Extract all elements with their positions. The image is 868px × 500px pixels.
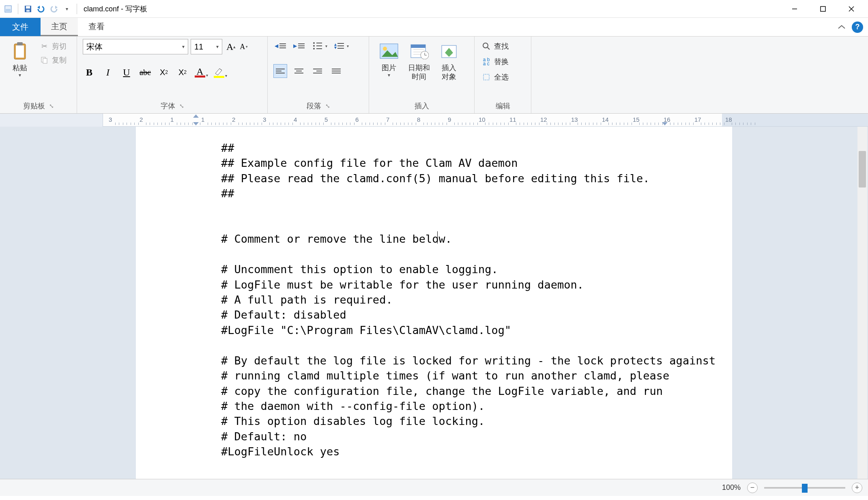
svg-rect-17 <box>411 45 425 48</box>
chevron-down-icon[interactable]: ▾ <box>206 73 208 78</box>
scissors-icon: ✂ <box>40 42 49 51</box>
align-center-button[interactable] <box>292 64 306 78</box>
maximize-button[interactable] <box>809 0 837 18</box>
highlight-button[interactable] <box>214 67 224 78</box>
copy-icon <box>40 56 49 65</box>
zoom-slider-thumb[interactable] <box>802 484 808 493</box>
line-spacing-button[interactable]: ▴▾ <box>332 39 346 53</box>
svg-rect-6 <box>821 6 825 11</box>
svg-point-15 <box>383 47 387 51</box>
select-all-icon <box>482 73 491 82</box>
find-button[interactable]: 查找 <box>480 41 510 52</box>
window-controls <box>780 0 866 18</box>
save-button[interactable] <box>22 3 34 15</box>
help-button[interactable]: ? <box>852 22 863 33</box>
document-page[interactable]: ## ## Example config file for the Clam A… <box>136 127 732 479</box>
scrollbar-thumb[interactable] <box>859 151 866 188</box>
font-size-combo[interactable]: 11 ▾ <box>191 39 222 54</box>
redo-button[interactable] <box>48 3 60 15</box>
home-tab[interactable]: 主页 <box>41 18 78 36</box>
zoom-slider[interactable] <box>764 487 845 489</box>
view-tab[interactable]: 查看 <box>78 18 115 36</box>
title-bar: ▾ clamd.conf - 写字板 <box>0 0 868 18</box>
dialog-launcher-icon[interactable]: ⤡ <box>49 103 54 109</box>
paragraph-group: ◀ ▶ ▾ ▴▾ ▾ 段落⤡ <box>268 37 369 113</box>
ruler-number: 10 <box>479 116 486 123</box>
vertical-scrollbar[interactable] <box>857 127 867 479</box>
ruler-number: 12 <box>540 116 547 123</box>
chevron-down-icon[interactable]: ▾ <box>347 44 349 48</box>
insert-picture-button[interactable]: 图片 ▾ <box>375 39 403 78</box>
shrink-font-button[interactable]: A <box>238 43 247 51</box>
underline-button[interactable]: U <box>120 66 133 79</box>
paste-button[interactable]: 粘贴 ▾ <box>6 39 34 78</box>
align-right-button[interactable] <box>311 64 324 78</box>
grow-font-button[interactable]: A <box>225 41 235 52</box>
ruler-number: 7 <box>386 116 389 123</box>
bold-button[interactable]: B <box>83 66 96 79</box>
bullet-list-button[interactable] <box>311 39 324 53</box>
qat-customize-button[interactable]: ▾ <box>61 3 73 15</box>
first-line-indent-marker[interactable] <box>193 114 199 118</box>
object-icon <box>439 41 459 61</box>
font-color-button[interactable]: A <box>195 67 205 78</box>
clipboard-group-label: 剪贴板 <box>23 101 45 111</box>
replace-icon: a ba c <box>482 57 491 66</box>
insert-datetime-button[interactable]: 日期和 时间 <box>405 39 433 81</box>
svg-rect-13 <box>43 58 47 63</box>
copy-button[interactable]: 复制 <box>38 54 68 66</box>
chevron-down-icon[interactable]: ▾ <box>225 73 227 78</box>
horizontal-ruler[interactable]: 321123456789101112131415161718 <box>103 114 868 127</box>
increase-indent-button[interactable]: ▶ <box>292 39 306 53</box>
hanging-indent-marker[interactable] <box>193 122 199 125</box>
italic-button[interactable]: I <box>101 66 114 79</box>
ruler-number: 17 <box>694 116 701 123</box>
subscript-button[interactable]: X2 <box>157 66 170 79</box>
minimize-button[interactable] <box>780 0 809 18</box>
dialog-launcher-icon[interactable]: ⤡ <box>179 103 184 109</box>
dialog-launcher-icon[interactable]: ⤡ <box>325 103 330 109</box>
ruler-number: 1 <box>201 116 204 123</box>
calendar-clock-icon <box>409 41 429 61</box>
app-icon[interactable] <box>2 3 14 15</box>
ruler-left-pad <box>0 114 103 127</box>
insert-object-button[interactable]: 插入 对象 <box>435 39 463 81</box>
highlighter-icon <box>214 67 224 76</box>
status-bar: 100% − + <box>0 479 868 496</box>
separator <box>77 4 77 14</box>
chevron-down-icon[interactable]: ▾ <box>325 44 327 48</box>
undo-button[interactable] <box>35 3 47 15</box>
align-justify-button[interactable] <box>329 64 343 78</box>
edit-group-label: 编辑 <box>496 101 510 111</box>
replace-label: 替换 <box>494 57 509 67</box>
collapse-ribbon-button[interactable] <box>837 24 846 30</box>
ruler-number: 15 <box>633 116 640 123</box>
separator <box>18 4 18 14</box>
replace-button[interactable]: a ba c 替换 <box>480 56 510 67</box>
close-button[interactable] <box>837 0 866 18</box>
zoom-out-button[interactable]: − <box>747 483 758 493</box>
superscript-button[interactable]: X2 <box>176 66 189 79</box>
select-all-button[interactable]: 全选 <box>480 71 510 83</box>
insert-datetime-label: 日期和 时间 <box>408 63 430 81</box>
svg-line-26 <box>488 47 490 50</box>
insert-group: 图片 ▾ 日期和 时间 插入 对象 插入 <box>369 37 475 113</box>
ruler-number: 4 <box>294 116 297 123</box>
font-name-combo[interactable]: 宋体 ▾ <box>83 39 188 54</box>
insert-group-label: 插入 <box>415 101 429 111</box>
strikethrough-button[interactable]: abc <box>139 66 152 79</box>
insert-picture-label: 图片 <box>382 63 396 72</box>
right-indent-marker[interactable] <box>662 122 668 125</box>
ruler-number: 18 <box>725 116 732 123</box>
cut-button[interactable]: ✂ 剪切 <box>38 41 68 52</box>
chevron-down-icon: ▾ <box>182 44 185 50</box>
clipboard-icon <box>10 41 30 61</box>
decrease-indent-button[interactable]: ◀ <box>273 39 287 53</box>
file-tab[interactable]: 文件 <box>0 18 41 36</box>
font-group-label: 字体 <box>161 101 175 111</box>
font-name-value: 宋体 <box>86 41 103 52</box>
zoom-in-button[interactable]: + <box>852 483 862 493</box>
align-left-button[interactable] <box>273 64 287 78</box>
window-title: clamd.conf - 写字板 <box>84 4 147 14</box>
cut-label: 剪切 <box>52 41 67 51</box>
